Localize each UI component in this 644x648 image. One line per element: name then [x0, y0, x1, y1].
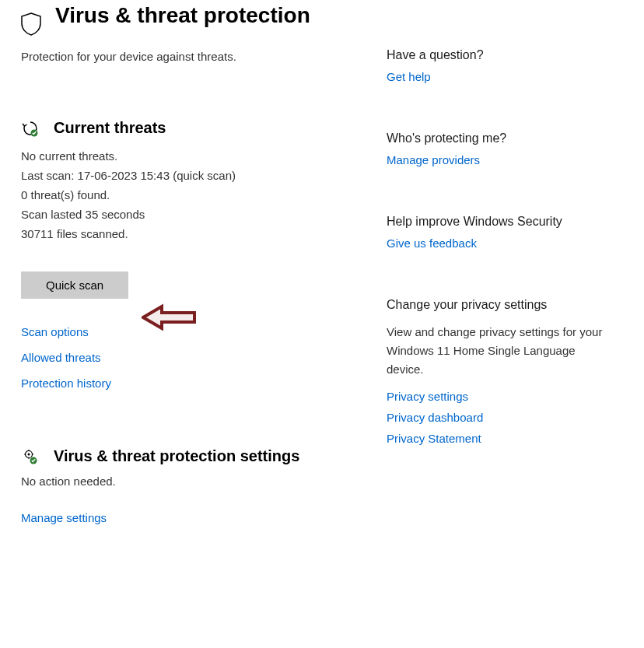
privacy-dashboard-link[interactable]: Privacy dashboard — [387, 411, 608, 424]
protection-settings-heading: Virus & threat protection settings — [54, 447, 299, 465]
files-scanned-text: 30711 files scanned. — [21, 226, 375, 242]
scan-duration-text: Scan lasted 35 seconds — [21, 206, 375, 222]
current-threats-heading: Current threats — [54, 119, 166, 137]
quick-scan-button[interactable]: Quick scan — [21, 271, 128, 299]
have-question-heading: Have a question? — [387, 48, 608, 62]
no-threats-text: No current threats. — [21, 148, 375, 164]
get-help-link[interactable]: Get help — [387, 70, 608, 83]
scan-history-icon — [21, 120, 40, 137]
threats-found-text: 0 threat(s) found. — [21, 187, 375, 203]
privacy-settings-link[interactable]: Privacy settings — [387, 390, 608, 403]
svg-point-2 — [28, 453, 30, 455]
help-improve-heading: Help improve Windows Security — [387, 215, 608, 229]
privacy-statement-link[interactable]: Privacy Statement — [387, 432, 608, 445]
last-scan-text: Last scan: 17-06-2023 15:43 (quick scan) — [21, 167, 375, 184]
protection-history-link[interactable]: Protection history — [21, 377, 375, 390]
manage-providers-link[interactable]: Manage providers — [387, 153, 608, 166]
scan-options-link[interactable]: Scan options — [21, 325, 375, 338]
protecting-me-heading: Who's protecting me? — [387, 131, 608, 145]
allowed-threats-link[interactable]: Allowed threats — [21, 351, 375, 364]
manage-settings-link[interactable]: Manage settings — [21, 511, 375, 524]
no-action-text: No action needed. — [21, 473, 375, 489]
privacy-settings-heading: Change your privacy settings — [387, 298, 608, 312]
privacy-settings-text: View and change privacy settings for you… — [387, 323, 608, 379]
page-subtitle: Protection for your device against threa… — [21, 50, 375, 63]
page-title: Virus & threat protection — [55, 2, 310, 30]
shield-icon — [21, 12, 41, 39]
gear-settings-icon — [21, 448, 40, 465]
feedback-link[interactable]: Give us feedback — [387, 236, 608, 250]
